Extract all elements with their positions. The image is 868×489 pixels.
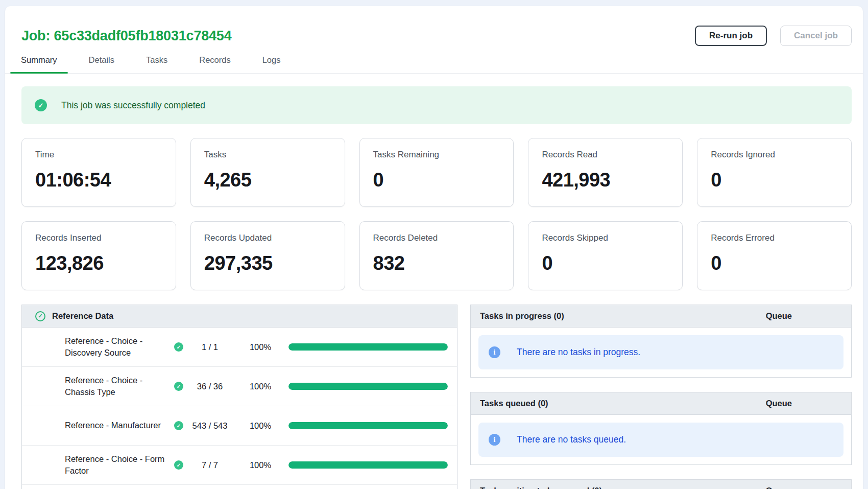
reference-row: Reference - Manufacturer✓543 / 543100% (22, 406, 457, 446)
reference-rows: Reference - Choice - Discovery Source✓1 … (22, 328, 457, 489)
stat-value: 0 (711, 252, 838, 274)
info-alert-text: There are no tasks queued. (517, 434, 626, 445)
main-card: Job: 65c33dadf05fb18031c78454 Re-run job… (5, 6, 863, 489)
reference-row-percent: 100% (242, 342, 279, 352)
stat-card-records-deleted: Records Deleted832 (359, 221, 514, 290)
stat-value: 01:06:54 (35, 169, 162, 191)
rerun-job-button[interactable]: Re-run job (695, 26, 767, 46)
reference-row: Reference - Choice - Discovery Source✓1 … (22, 328, 457, 367)
progress-bar-fill (288, 343, 448, 351)
tab-tasks[interactable]: Tasks (135, 50, 178, 73)
progress-bar (288, 383, 448, 390)
page: Job: 65c33dadf05fb18031c78454 Re-run job… (0, 0, 868, 489)
header-actions: Re-run job Cancel job (695, 26, 852, 46)
stat-value: 0 (711, 169, 838, 191)
info-alert: iThere are no tasks queued. (478, 423, 843, 457)
reference-data-header[interactable]: ✓ Reference Data (22, 305, 457, 328)
check-circle-icon: ✓ (174, 460, 183, 470)
reference-row-count: 7 / 7 (185, 460, 234, 470)
stat-label: Records Updated (204, 233, 331, 243)
check-circle-icon: ✓ (174, 421, 183, 430)
progress-bar-fill (288, 383, 448, 390)
progress-bar (288, 461, 448, 469)
reference-row-count: 36 / 36 (185, 382, 234, 391)
reference-row: Reference - Choice - Form Factor✓7 / 710… (22, 446, 457, 485)
progress-bar (288, 422, 448, 429)
stat-value: 4,265 (204, 169, 331, 191)
success-banner-text: This job was successfully completed (61, 100, 205, 111)
stat-card-records-updated: Records Updated297,335 (190, 221, 345, 290)
info-alert-text: There are no tasks in progress. (517, 347, 640, 358)
stat-card-records-read: Records Read421,993 (528, 138, 683, 207)
info-icon: i (489, 346, 500, 358)
reference-row-percent: 100% (242, 382, 279, 391)
progress-bar-fill (288, 461, 448, 469)
stat-card-records-inserted: Records Inserted123,826 (21, 221, 176, 290)
progress-bar (288, 343, 448, 351)
check-circle-icon: ✓ (35, 99, 47, 111)
queue-column-header: Queue (766, 399, 792, 408)
stat-card-time: Time01:06:54 (21, 138, 176, 207)
stat-card-tasks-remaining: Tasks Remaining0 (359, 138, 514, 207)
reference-row-count: 1 / 1 (185, 342, 234, 352)
reference-row-name: Reference - Manufacturer (65, 420, 165, 431)
panel-tasks-waiting-to-be-queued-0: Tasks waiting to be queued (0)Queue (470, 479, 852, 489)
page-title: Job: 65c33dadf05fb18031c78454 (21, 28, 231, 44)
stat-label: Records Errored (711, 233, 838, 243)
panel-title: Tasks in progress (0) (480, 311, 564, 321)
stat-value: 421,993 (542, 169, 669, 191)
panel-body: iThere are no tasks queued. (471, 415, 851, 464)
reference-row (22, 485, 457, 489)
cancel-job-button[interactable]: Cancel job (780, 26, 852, 46)
tab-bar: SummaryDetailsTasksRecordsLogs (10, 50, 863, 73)
stat-value: 0 (373, 169, 500, 191)
panel-title: Tasks waiting to be queued (0) (480, 486, 602, 489)
stat-label: Tasks (204, 150, 331, 160)
stat-label: Time (35, 150, 162, 160)
reference-row-count: 543 / 543 (185, 421, 234, 431)
stat-value: 123,826 (35, 252, 162, 274)
panel-tasks-queued-0: Tasks queued (0)QueueiThere are no tasks… (470, 392, 852, 465)
queue-column-header: Queue (766, 311, 792, 321)
reference-row-name: Reference - Choice - Chassis Type (65, 375, 165, 398)
check-circle-icon: ✓ (174, 382, 183, 391)
tab-strip: SummaryDetailsTasksRecordsLogs (5, 50, 863, 74)
reference-row-percent: 100% (242, 460, 279, 470)
panel-body: iThere are no tasks in progress. (471, 328, 851, 377)
tab-summary[interactable]: Summary (10, 50, 68, 73)
success-banner: ✓ This job was successfully completed (21, 86, 852, 124)
stat-card-records-errored: Records Errored0 (697, 221, 852, 290)
check-circle-icon: ✓ (174, 342, 183, 352)
bottom-section: ✓ Reference Data Reference - Choice - Di… (21, 305, 852, 489)
reference-row-percent: 100% (242, 421, 279, 431)
reference-row-name: Reference - Choice - Form Factor (65, 453, 165, 477)
task-panels: Tasks in progress (0)QueueiThere are no … (470, 305, 852, 489)
queue-column-header: Queue (766, 486, 792, 489)
stat-label: Records Read (542, 150, 669, 160)
panel-header-tasks-waiting-to-be-queued-0: Tasks waiting to be queued (0)Queue (471, 480, 851, 489)
stat-value: 832 (373, 252, 500, 274)
tab-records[interactable]: Records (188, 50, 241, 73)
stat-label: Records Inserted (35, 233, 162, 243)
reference-row-name: Reference - Choice - Discovery Source (65, 335, 165, 359)
stat-card-tasks: Tasks4,265 (190, 138, 345, 207)
stat-label: Tasks Remaining (373, 150, 500, 160)
stat-value: 0 (542, 252, 669, 274)
reference-data-panel: ✓ Reference Data Reference - Choice - Di… (21, 305, 457, 489)
stat-label: Records Ignored (711, 150, 838, 160)
page-header: Job: 65c33dadf05fb18031c78454 Re-run job… (5, 6, 863, 46)
check-circle-outline-icon: ✓ (35, 311, 45, 321)
tab-logs[interactable]: Logs (252, 50, 292, 73)
panel-tasks-in-progress-0: Tasks in progress (0)QueueiThere are no … (470, 305, 852, 378)
info-icon: i (489, 434, 500, 446)
stat-card-records-ignored: Records Ignored0 (697, 138, 852, 207)
panel-header-tasks-queued-0: Tasks queued (0)Queue (471, 392, 851, 415)
tab-details[interactable]: Details (78, 50, 125, 73)
progress-bar-fill (288, 422, 448, 429)
info-alert: iThere are no tasks in progress. (478, 335, 843, 369)
stat-label: Records Skipped (542, 233, 669, 243)
stats-grid: Time01:06:54Tasks4,265Tasks Remaining0Re… (21, 138, 852, 290)
stat-label: Records Deleted (373, 233, 500, 243)
panel-title: Tasks queued (0) (480, 399, 548, 408)
reference-row: Reference - Choice - Chassis Type✓36 / 3… (22, 367, 457, 406)
